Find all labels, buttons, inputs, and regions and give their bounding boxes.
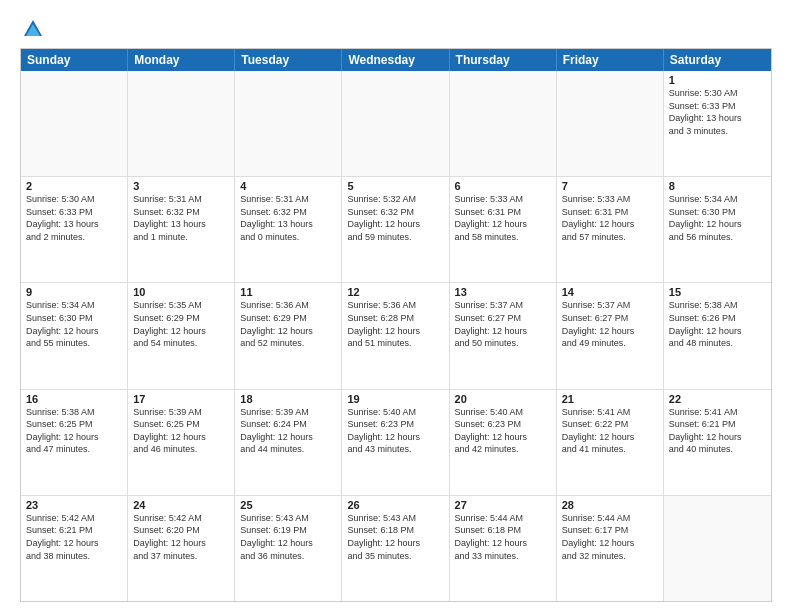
calendar-cell: 7Sunrise: 5:33 AM Sunset: 6:31 PM Daylig… — [557, 177, 664, 282]
calendar-cell: 11Sunrise: 5:36 AM Sunset: 6:29 PM Dayli… — [235, 283, 342, 388]
day-info: Sunrise: 5:30 AM Sunset: 6:33 PM Dayligh… — [26, 193, 122, 243]
day-number: 23 — [26, 499, 122, 511]
calendar-cell: 27Sunrise: 5:44 AM Sunset: 6:18 PM Dayli… — [450, 496, 557, 601]
day-info: Sunrise: 5:39 AM Sunset: 6:25 PM Dayligh… — [133, 406, 229, 456]
day-info: Sunrise: 5:31 AM Sunset: 6:32 PM Dayligh… — [133, 193, 229, 243]
day-info: Sunrise: 5:40 AM Sunset: 6:23 PM Dayligh… — [347, 406, 443, 456]
calendar-cell: 26Sunrise: 5:43 AM Sunset: 6:18 PM Dayli… — [342, 496, 449, 601]
day-info: Sunrise: 5:34 AM Sunset: 6:30 PM Dayligh… — [669, 193, 766, 243]
day-number: 22 — [669, 393, 766, 405]
day-info: Sunrise: 5:41 AM Sunset: 6:22 PM Dayligh… — [562, 406, 658, 456]
calendar-cell: 5Sunrise: 5:32 AM Sunset: 6:32 PM Daylig… — [342, 177, 449, 282]
calendar-cell — [450, 71, 557, 176]
day-info: Sunrise: 5:34 AM Sunset: 6:30 PM Dayligh… — [26, 299, 122, 349]
day-number: 21 — [562, 393, 658, 405]
calendar-cell: 18Sunrise: 5:39 AM Sunset: 6:24 PM Dayli… — [235, 390, 342, 495]
calendar-row: 23Sunrise: 5:42 AM Sunset: 6:21 PM Dayli… — [21, 495, 771, 601]
day-number: 11 — [240, 286, 336, 298]
day-number: 6 — [455, 180, 551, 192]
calendar-cell — [342, 71, 449, 176]
calendar-row: 2Sunrise: 5:30 AM Sunset: 6:33 PM Daylig… — [21, 176, 771, 282]
header — [20, 18, 772, 40]
weekday-header: Friday — [557, 49, 664, 71]
weekday-header: Tuesday — [235, 49, 342, 71]
day-number: 3 — [133, 180, 229, 192]
weekday-header: Sunday — [21, 49, 128, 71]
day-info: Sunrise: 5:38 AM Sunset: 6:26 PM Dayligh… — [669, 299, 766, 349]
day-number: 1 — [669, 74, 766, 86]
calendar-cell: 14Sunrise: 5:37 AM Sunset: 6:27 PM Dayli… — [557, 283, 664, 388]
calendar-cell: 25Sunrise: 5:43 AM Sunset: 6:19 PM Dayli… — [235, 496, 342, 601]
calendar-cell — [21, 71, 128, 176]
calendar-row: 16Sunrise: 5:38 AM Sunset: 6:25 PM Dayli… — [21, 389, 771, 495]
calendar-cell: 1Sunrise: 5:30 AM Sunset: 6:33 PM Daylig… — [664, 71, 771, 176]
calendar-cell — [128, 71, 235, 176]
day-number: 26 — [347, 499, 443, 511]
calendar-cell: 6Sunrise: 5:33 AM Sunset: 6:31 PM Daylig… — [450, 177, 557, 282]
day-info: Sunrise: 5:30 AM Sunset: 6:33 PM Dayligh… — [669, 87, 766, 137]
day-number: 17 — [133, 393, 229, 405]
day-info: Sunrise: 5:41 AM Sunset: 6:21 PM Dayligh… — [669, 406, 766, 456]
calendar-cell: 24Sunrise: 5:42 AM Sunset: 6:20 PM Dayli… — [128, 496, 235, 601]
day-number: 24 — [133, 499, 229, 511]
calendar-cell: 2Sunrise: 5:30 AM Sunset: 6:33 PM Daylig… — [21, 177, 128, 282]
calendar-cell: 21Sunrise: 5:41 AM Sunset: 6:22 PM Dayli… — [557, 390, 664, 495]
calendar-cell: 10Sunrise: 5:35 AM Sunset: 6:29 PM Dayli… — [128, 283, 235, 388]
calendar-cell: 4Sunrise: 5:31 AM Sunset: 6:32 PM Daylig… — [235, 177, 342, 282]
logo — [20, 18, 44, 40]
day-info: Sunrise: 5:44 AM Sunset: 6:18 PM Dayligh… — [455, 512, 551, 562]
calendar-cell: 17Sunrise: 5:39 AM Sunset: 6:25 PM Dayli… — [128, 390, 235, 495]
day-number: 5 — [347, 180, 443, 192]
calendar-cell: 15Sunrise: 5:38 AM Sunset: 6:26 PM Dayli… — [664, 283, 771, 388]
calendar-cell: 13Sunrise: 5:37 AM Sunset: 6:27 PM Dayli… — [450, 283, 557, 388]
calendar-cell: 19Sunrise: 5:40 AM Sunset: 6:23 PM Dayli… — [342, 390, 449, 495]
day-number: 16 — [26, 393, 122, 405]
day-number: 2 — [26, 180, 122, 192]
day-number: 4 — [240, 180, 336, 192]
day-info: Sunrise: 5:44 AM Sunset: 6:17 PM Dayligh… — [562, 512, 658, 562]
day-info: Sunrise: 5:35 AM Sunset: 6:29 PM Dayligh… — [133, 299, 229, 349]
day-number: 14 — [562, 286, 658, 298]
day-number: 18 — [240, 393, 336, 405]
weekday-header: Thursday — [450, 49, 557, 71]
day-number: 15 — [669, 286, 766, 298]
calendar-cell: 22Sunrise: 5:41 AM Sunset: 6:21 PM Dayli… — [664, 390, 771, 495]
day-info: Sunrise: 5:33 AM Sunset: 6:31 PM Dayligh… — [455, 193, 551, 243]
day-number: 10 — [133, 286, 229, 298]
calendar-header: SundayMondayTuesdayWednesdayThursdayFrid… — [21, 49, 771, 71]
calendar-cell: 20Sunrise: 5:40 AM Sunset: 6:23 PM Dayli… — [450, 390, 557, 495]
day-number: 13 — [455, 286, 551, 298]
calendar-body: 1Sunrise: 5:30 AM Sunset: 6:33 PM Daylig… — [21, 71, 771, 601]
weekday-header: Wednesday — [342, 49, 449, 71]
calendar-cell: 16Sunrise: 5:38 AM Sunset: 6:25 PM Dayli… — [21, 390, 128, 495]
calendar-cell — [235, 71, 342, 176]
day-info: Sunrise: 5:37 AM Sunset: 6:27 PM Dayligh… — [455, 299, 551, 349]
day-info: Sunrise: 5:36 AM Sunset: 6:28 PM Dayligh… — [347, 299, 443, 349]
day-info: Sunrise: 5:42 AM Sunset: 6:21 PM Dayligh… — [26, 512, 122, 562]
calendar-cell: 28Sunrise: 5:44 AM Sunset: 6:17 PM Dayli… — [557, 496, 664, 601]
day-number: 8 — [669, 180, 766, 192]
calendar-cell: 12Sunrise: 5:36 AM Sunset: 6:28 PM Dayli… — [342, 283, 449, 388]
weekday-header: Saturday — [664, 49, 771, 71]
day-number: 12 — [347, 286, 443, 298]
day-info: Sunrise: 5:43 AM Sunset: 6:19 PM Dayligh… — [240, 512, 336, 562]
day-number: 19 — [347, 393, 443, 405]
day-info: Sunrise: 5:40 AM Sunset: 6:23 PM Dayligh… — [455, 406, 551, 456]
calendar-cell — [664, 496, 771, 601]
calendar-cell: 3Sunrise: 5:31 AM Sunset: 6:32 PM Daylig… — [128, 177, 235, 282]
calendar: SundayMondayTuesdayWednesdayThursdayFrid… — [20, 48, 772, 602]
calendar-row: 1Sunrise: 5:30 AM Sunset: 6:33 PM Daylig… — [21, 71, 771, 176]
day-info: Sunrise: 5:31 AM Sunset: 6:32 PM Dayligh… — [240, 193, 336, 243]
day-info: Sunrise: 5:33 AM Sunset: 6:31 PM Dayligh… — [562, 193, 658, 243]
day-number: 7 — [562, 180, 658, 192]
calendar-cell — [557, 71, 664, 176]
day-info: Sunrise: 5:36 AM Sunset: 6:29 PM Dayligh… — [240, 299, 336, 349]
calendar-cell: 8Sunrise: 5:34 AM Sunset: 6:30 PM Daylig… — [664, 177, 771, 282]
day-info: Sunrise: 5:32 AM Sunset: 6:32 PM Dayligh… — [347, 193, 443, 243]
page: SundayMondayTuesdayWednesdayThursdayFrid… — [0, 0, 792, 612]
day-info: Sunrise: 5:42 AM Sunset: 6:20 PM Dayligh… — [133, 512, 229, 562]
day-number: 9 — [26, 286, 122, 298]
day-info: Sunrise: 5:43 AM Sunset: 6:18 PM Dayligh… — [347, 512, 443, 562]
day-number: 20 — [455, 393, 551, 405]
calendar-cell: 23Sunrise: 5:42 AM Sunset: 6:21 PM Dayli… — [21, 496, 128, 601]
